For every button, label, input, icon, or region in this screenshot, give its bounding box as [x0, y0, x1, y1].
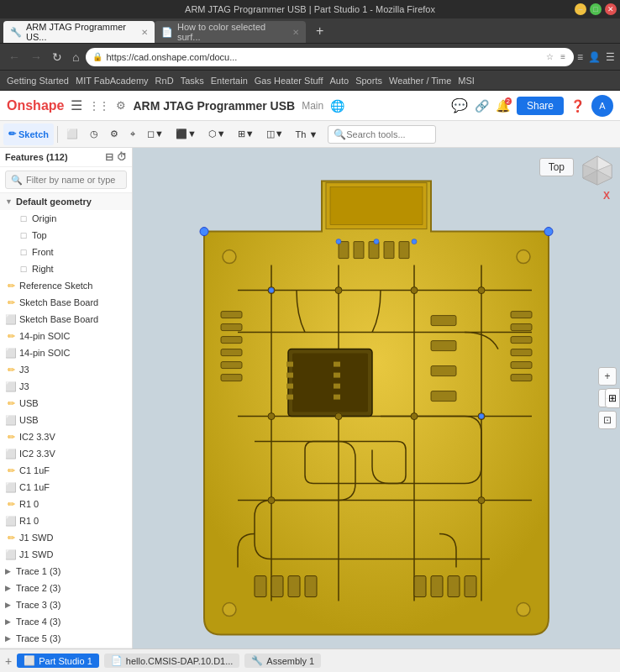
tree-item-origin[interactable]: □ Origin	[0, 210, 132, 227]
filter-input[interactable]	[26, 175, 133, 185]
feature-list-icon[interactable]: ⋮⋮	[89, 100, 109, 112]
tree-item-usb-sketch[interactable]: ✏ USB	[0, 395, 132, 412]
bm-rnd[interactable]: RnD	[155, 76, 174, 86]
tree-item-trace2[interactable]: ▶ Trace 2 (3)	[0, 580, 132, 596]
tree-item-j1swd-sketch[interactable]: ✏ J1 SWD	[0, 529, 132, 546]
bm-mit[interactable]: MIT FabAcademy	[76, 76, 149, 86]
tab-color-surf[interactable]: 📄 How to color selected surf... ✕	[155, 21, 306, 43]
tb-btn-8[interactable]: ⊞▼	[233, 123, 260, 145]
tree-item-r10-sketch[interactable]: ✏ R1 0	[0, 496, 132, 512]
chat-icon[interactable]: 💬	[451, 97, 468, 113]
bm-entertain[interactable]: Entertain	[211, 76, 248, 86]
nav-cube[interactable]	[581, 155, 613, 186]
zoom-in-button[interactable]: +	[598, 367, 617, 386]
link-icon[interactable]: 🔗	[475, 99, 489, 113]
tree-default-geometry[interactable]: ▼ Default geometry	[0, 193, 132, 210]
help-icon[interactable]: ❓	[570, 99, 585, 113]
reader-icon[interactable]: ≡	[559, 52, 567, 61]
tree-item-r10-solid[interactable]: ⬜ R1 0	[0, 512, 132, 529]
search-tools[interactable]: 🔍	[328, 125, 436, 144]
front-icon: □	[18, 247, 29, 257]
notification-icon[interactable]: 🔔2	[496, 99, 510, 113]
bottom-tab-assembly[interactable]: 🔧 Assembly 1	[244, 654, 321, 668]
tree-item-sketch-base-board-1[interactable]: ✏ Sketch Base Board	[0, 294, 132, 311]
tab-close-2[interactable]: ✕	[292, 28, 299, 37]
tb-btn-1[interactable]: ⬜	[61, 123, 83, 145]
sketch-button[interactable]: ✏ Sketch	[3, 123, 54, 145]
bm-auto[interactable]: Auto	[330, 76, 349, 86]
tree-item-sketch-base-board-2[interactable]: ⬜ Sketch Base Board	[0, 311, 132, 328]
right-panel-button[interactable]: ⊞	[605, 388, 620, 408]
minimize-button[interactable]: –	[575, 3, 586, 15]
forward-button[interactable]: →	[27, 49, 45, 66]
add-tab-button[interactable]: +	[5, 654, 12, 668]
tb-btn-4[interactable]: ⌖	[125, 123, 140, 145]
filter-icon[interactable]: ⊟	[105, 151, 113, 163]
clock-icon[interactable]: ⏱	[117, 151, 127, 163]
back-button[interactable]: ←	[5, 49, 24, 66]
svg-rect-32	[292, 354, 368, 412]
tree-item-c1-solid[interactable]: ⬜ C1 1uF	[0, 479, 132, 496]
tree-item-14pin-soic-2[interactable]: ⬜ 14-pin SOIC	[0, 344, 132, 361]
settings-icon[interactable]: ⚙	[116, 99, 126, 112]
tree-item-front[interactable]: □ Front	[0, 244, 132, 260]
home-button[interactable]: ⌂	[69, 49, 82, 66]
onshape-logo[interactable]: Onshape	[7, 98, 64, 113]
tree-item-ref-sketch[interactable]: ✏ Reference Sketch	[0, 277, 132, 294]
tab-arm-jtag[interactable]: 🔧 ARM JTAG Programmer US... ✕	[3, 21, 155, 43]
tb-btn-9[interactable]: ◫▼	[261, 123, 289, 145]
sidebar-header: Features (112) ⊟ ⏱	[0, 148, 132, 167]
bm-weather[interactable]: Weather / Time	[389, 76, 451, 86]
tab-close-1[interactable]: ✕	[141, 28, 148, 37]
svg-rect-36	[286, 395, 293, 400]
tree-item-top[interactable]: □ Top	[0, 227, 132, 244]
theme-selector[interactable]: Th▼	[291, 123, 323, 145]
tree-item-14pin-soic-1[interactable]: ✏ 14-pin SOIC	[0, 328, 132, 344]
bm-msi[interactable]: MSI	[458, 76, 475, 86]
address-box[interactable]: 🔒 https://cad.onshape.com/docu... ☆ ≡	[86, 48, 574, 66]
tb-btn-6[interactable]: ⬛▼	[171, 123, 202, 145]
bm-getting-started[interactable]: Getting Started	[7, 76, 69, 86]
maximize-button[interactable]: □	[590, 3, 602, 15]
expand-trace3-icon: ▶	[5, 601, 13, 609]
close-button[interactable]: ✕	[605, 3, 617, 15]
svg-rect-22	[511, 337, 532, 344]
bookmark-star-icon[interactable]: ☆	[544, 52, 555, 61]
tree-item-ic2-sketch[interactable]: ✏ IC2 3.3V	[0, 428, 132, 445]
bm-gas[interactable]: Gas Heater Stuff	[255, 76, 323, 86]
tb-btn-5[interactable]: ◻▼	[142, 123, 169, 145]
extensions-icon[interactable]: ≡	[577, 51, 583, 63]
tree-item-j3-sketch[interactable]: ✏ J3	[0, 361, 132, 378]
bottom-tab-hello-cmsis[interactable]: 📄 hello.CMSIS-DAP.10.D1...	[104, 654, 240, 668]
tb-btn-3[interactable]: ⚙	[105, 123, 123, 145]
profile-icon[interactable]: 👤	[588, 51, 601, 63]
sidebar-filter: 🔍	[0, 167, 132, 193]
bm-tasks[interactable]: Tasks	[181, 76, 204, 86]
tree-item-right[interactable]: □ Right	[0, 260, 132, 277]
globe-icon[interactable]: 🌐	[330, 99, 344, 113]
bottom-tab-part-studio[interactable]: ⬜ Part Studio 1	[17, 654, 99, 668]
3d-viewport[interactable]: Top ▶ X + − ⊡ ⊞	[133, 148, 620, 648]
hamburger-icon[interactable]: ☰	[71, 97, 82, 113]
ic2-sketch-icon: ✏	[5, 432, 17, 443]
tree-item-usb-solid[interactable]: ⬜ USB	[0, 412, 132, 428]
fit-button[interactable]: ⊡	[598, 411, 617, 429]
tree-item-ic2-solid[interactable]: ⬜ IC2 3.3V	[0, 445, 132, 462]
new-tab-button[interactable]: +	[311, 22, 328, 40]
tree-item-j1swd-solid[interactable]: ⬜ J1 SWD	[0, 546, 132, 563]
parts-section[interactable]: ▼ Parts (1)	[0, 647, 132, 648]
tree-item-j3-solid[interactable]: ⬜ J3	[0, 378, 132, 395]
tb-btn-7[interactable]: ⬡▼	[203, 123, 231, 145]
tree-item-trace1[interactable]: ▶ Trace 1 (3)	[0, 563, 132, 580]
tree-item-trace5[interactable]: ▶ Trace 5 (3)	[0, 630, 132, 647]
reload-button[interactable]: ↻	[49, 49, 66, 66]
tree-item-trace4[interactable]: ▶ Trace 4 (3)	[0, 613, 132, 630]
tb-btn-2[interactable]: ◷	[85, 123, 103, 145]
tree-item-trace3[interactable]: ▶ Trace 3 (3)	[0, 596, 132, 613]
bm-sports[interactable]: Sports	[355, 76, 382, 86]
user-avatar[interactable]: A	[591, 95, 613, 117]
share-button[interactable]: Share	[517, 97, 564, 115]
search-input[interactable]	[346, 129, 430, 139]
menu-icon[interactable]: ☰	[606, 51, 615, 63]
tree-item-c1-sketch[interactable]: ✏ C1 1uF	[0, 462, 132, 479]
